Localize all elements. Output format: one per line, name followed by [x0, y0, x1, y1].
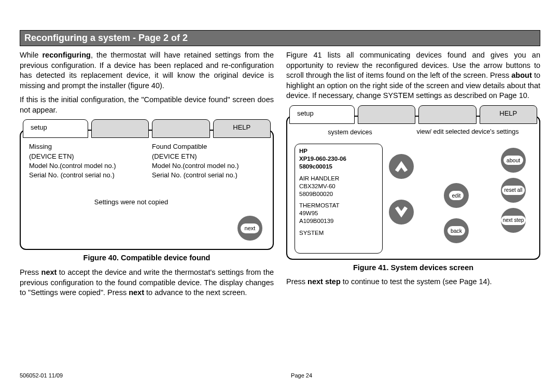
dev2-l3: A109B00139: [299, 217, 378, 225]
right-p2a: Press: [286, 277, 307, 286]
fig40-found-l1: Found Compatible: [152, 142, 264, 151]
dev1-l1: AIR HANDLER: [299, 175, 378, 183]
fig41-head-left: system devices: [296, 128, 404, 137]
dev0-l1: HP: [299, 147, 378, 155]
next-step-button[interactable]: next step: [501, 208, 526, 233]
dev2-l2: 49W95: [299, 209, 378, 217]
fig40-missing-l2: (DEVICE ETN): [29, 152, 142, 161]
tab-help-41[interactable]: HELP: [480, 105, 538, 124]
left-p1a: While: [20, 51, 42, 59]
left-p3b: next: [41, 268, 57, 276]
dev1-l2: CBX32MV-60: [299, 183, 378, 190]
dev3-l1: SYSTEM: [299, 229, 378, 237]
fig40-missing-l1: Missing: [29, 142, 142, 151]
next-label: next: [241, 223, 260, 233]
next-step-label: next step: [501, 216, 526, 225]
left-p3a: Press: [20, 268, 41, 276]
tab-blank-1[interactable]: [91, 119, 149, 138]
footer-docnum: 506052-01 11/09: [20, 372, 63, 379]
tab-blank-41a[interactable]: [358, 105, 416, 124]
fig40-missing-col: Missing (DEVICE ETN) Model No.(control m…: [29, 142, 142, 180]
right-p1b: about: [511, 71, 531, 79]
tab-setup[interactable]: setup: [23, 119, 88, 138]
right-p1a: Figure 41 lists all communicating device…: [286, 51, 540, 79]
left-p1b: reconfiguring: [42, 51, 90, 59]
scroll-down-button[interactable]: [389, 200, 414, 225]
tab-blank-41b[interactable]: [418, 105, 477, 124]
fig40-status: Settings were not copied: [0, 198, 264, 207]
next-button[interactable]: next: [237, 216, 262, 241]
reset-all-button[interactable]: reset all: [501, 178, 526, 203]
fig40-found-l4: Serial No. (control serial no.): [152, 171, 264, 180]
device-item-thermostat[interactable]: THERMOSTAT 49W95 A109B00139: [299, 202, 378, 225]
device-list[interactable]: HP XP19-060-230-06 5809c00015 AIR HANDLE…: [295, 144, 383, 254]
tab-setup-41[interactable]: setup: [289, 105, 355, 124]
about-button[interactable]: about: [501, 148, 526, 173]
back-label: back: [447, 226, 465, 235]
tab-help[interactable]: HELP: [213, 119, 271, 138]
left-p2: If this is the initial configuration, th…: [20, 95, 274, 115]
device-item-airhandler[interactable]: AIR HANDLER CBX32MV-60 5809B00020: [299, 175, 378, 198]
edit-button[interactable]: edit: [444, 183, 469, 208]
figure-41: setup HELP system devices view/ edit sel…: [286, 105, 540, 260]
tab-blank-2[interactable]: [152, 119, 210, 138]
fig40-found-l2: (DEVICE ETN): [152, 152, 264, 161]
fig40-missing-l4: Serial No. (control serial no.): [29, 171, 142, 180]
right-column: Figure 41 lists all communicating device…: [286, 50, 540, 302]
reset-all-label: reset all: [502, 186, 524, 195]
right-p2c: to continue to test the system (see Page…: [341, 277, 492, 286]
back-button[interactable]: back: [444, 218, 469, 243]
left-p3e: to advance to the next screen.: [144, 288, 247, 297]
fig40-caption: Figure 40. Compatible device found: [20, 253, 274, 263]
fig41-head-right: view/ edit selected device's settings: [404, 128, 531, 137]
dev2-l1: THERMOSTAT: [299, 202, 378, 209]
right-p2: Press next step to continue to test the …: [286, 277, 540, 287]
left-column: While reconfiguring, the thermostat will…: [20, 50, 274, 302]
edit-label: edit: [449, 191, 464, 200]
left-p3d: next: [129, 288, 144, 297]
device-item-hp[interactable]: HP XP19-060-230-06 5809c00015: [299, 147, 378, 171]
footer-pagenum: Page 24: [291, 372, 312, 379]
fig40-found-col: Found Compatible (DEVICE ETN) Model No.(…: [152, 142, 264, 180]
dev0-l2: XP19-060-230-06: [299, 155, 378, 163]
dev1-l3: 5809B00020: [299, 190, 378, 198]
fig41-caption: Figure 41. System devices screen: [286, 263, 540, 273]
about-label: about: [503, 156, 523, 165]
fig40-found-l3: Model No.(control model no.): [152, 161, 264, 171]
device-item-system[interactable]: SYSTEM: [299, 229, 378, 237]
left-p1: While reconfiguring, the thermostat will…: [20, 50, 274, 91]
right-p1: Figure 41 lists all communicating device…: [286, 50, 540, 101]
section-heading: Reconfiguring a system - Page 2 of 2: [20, 30, 540, 46]
arrow-down-icon: [393, 205, 410, 219]
figure-40: setup HELP Missing (DEVICE ETN) Model No…: [20, 119, 274, 250]
dev0-l3: 5809c00015: [299, 163, 378, 171]
scroll-up-button[interactable]: [389, 154, 414, 179]
right-p2b: next step: [307, 277, 341, 286]
left-p3: Press next to accept the device and writ…: [20, 268, 274, 298]
fig40-missing-l3: Model No.(control model no.): [29, 161, 142, 171]
arrow-up-icon: [393, 160, 410, 173]
